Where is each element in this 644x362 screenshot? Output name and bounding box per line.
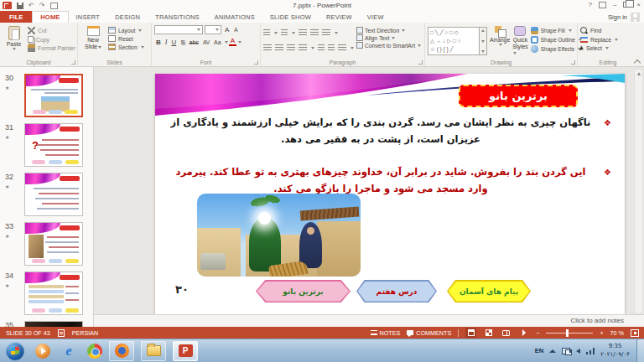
zoom-in-button[interactable]: + [600,329,603,337]
banner-payamhaye-aseman[interactable]: پیام های آسمان [447,280,531,303]
slideshow-button[interactable] [518,328,529,338]
shrink-font-button[interactable]: A [232,27,239,33]
slide-title-box[interactable]: برترین بانو [459,85,578,107]
zoom-slider[interactable] [546,333,593,334]
slide-sorter-button[interactable] [483,328,494,338]
align-left-icon[interactable] [263,44,272,51]
slide-picture[interactable] [197,194,361,277]
minimize-button[interactable]: – [613,1,616,8]
paragraph-dialog-launcher[interactable] [418,60,423,65]
tab-transitions[interactable]: TRANSITIONS [148,11,207,23]
show-hidden-icons-button[interactable] [549,349,556,353]
zoom-out-button[interactable]: − [536,329,539,337]
ltr-direction-icon[interactable] [318,44,325,51]
text-direction-button[interactable]: Text Direction [356,27,421,34]
show-desktop-button[interactable] [636,339,644,362]
slide-bullet-2[interactable]: ❖ این گردن بند را بفروش. شاید در برابر آ… [165,163,611,197]
fit-to-window-icon[interactable] [631,329,639,337]
replace-button[interactable]: Replace [580,36,618,44]
input-language-indicator[interactable]: EN [535,347,543,354]
layout-button[interactable]: Layout [108,27,144,34]
bullets-icon[interactable] [263,29,270,36]
select-button[interactable]: Select [580,45,618,51]
normal-view-button[interactable] [465,328,476,338]
slide-page-number[interactable]: ۳۰ [175,283,189,296]
thumbnail-row-30[interactable]: 30★ [5,74,93,117]
find-button[interactable]: Find [580,27,618,34]
columns-icon[interactable] [338,44,346,51]
shapes-gallery[interactable]: □ ╲ ╱ ○ □ ◇ △ → ↓ ▷ □ ○ ☆ ( ) { } ╱ [428,27,480,55]
change-case-button[interactable]: Aa [212,39,223,45]
notes-pane[interactable]: Click to add notes [94,314,644,327]
tab-file[interactable]: FILE [0,11,32,23]
slide-canvas[interactable]: برترین بانو ❖ ناگهان چیزی به نظر ایشان م… [155,74,625,314]
arrange-button[interactable]: Arrange [490,25,510,58]
font-color-button[interactable]: A [229,38,236,46]
ribbon-options-button[interactable] [599,2,606,8]
clock[interactable]: 9:35 ۲۰۲۱/۰۹/۰۴ [600,343,630,358]
tab-animations[interactable]: ANIMATIONS [207,11,262,23]
thumbnail-row-35[interactable]: 35 [5,321,93,327]
slide-thumbnail-panel[interactable]: 30★ 31★ ? [0,67,94,327]
reset-button[interactable]: Reset [108,35,144,42]
slide-thumbnail-33[interactable] [24,222,83,266]
media-player-icon[interactable] [35,344,50,359]
internet-explorer-icon[interactable]: e [61,344,76,359]
slide-thumbnail-30[interactable] [24,74,83,117]
rtl-direction-icon[interactable] [328,44,335,51]
editor-scrollbar[interactable] [634,69,643,314]
underline-button[interactable]: U [169,39,178,46]
zoom-level[interactable]: 70 % [610,329,624,337]
start-button[interactable] [6,342,24,360]
text-shadow-button[interactable]: S [179,39,186,46]
proofing-icon[interactable] [58,329,65,337]
zoom-slider-thumb[interactable] [566,329,569,337]
section-button[interactable]: Section [108,44,144,50]
tab-review[interactable]: REVIEW [319,11,360,23]
grow-font-button[interactable]: A [223,26,231,34]
thumbnail-row-34[interactable]: 34★ [5,272,93,315]
cut-button[interactable]: Cut [28,27,75,34]
thumbnail-row-32[interactable]: 32★ [5,173,93,216]
slide-thumbnail-32[interactable] [24,173,83,216]
strikethrough-button[interactable]: abc [188,39,200,45]
firefox-taskbar-button[interactable] [109,341,134,361]
thumbnail-row-31[interactable]: 31★ ? [5,123,93,167]
explorer-taskbar-button[interactable] [141,341,166,361]
tab-design[interactable]: DESIGN [107,11,148,23]
format-painter-button[interactable]: Format Painter [28,44,75,52]
powerpoint-taskbar-button[interactable]: P [173,341,198,361]
line-spacing-icon[interactable] [322,29,330,36]
slide-thumbnail-34[interactable] [24,272,83,315]
shape-effects-button[interactable]: Shape Effects [531,45,582,53]
decrease-indent-icon[interactable] [299,29,307,36]
copy-button[interactable]: Copy [28,36,75,43]
tab-insert[interactable]: INSERT [69,11,108,23]
align-right-icon[interactable] [287,44,295,51]
notes-toggle[interactable]: NOTES [371,329,401,337]
tab-home[interactable]: HOME [32,11,68,23]
character-spacing-button[interactable]: AV [201,39,211,45]
sign-in-button[interactable]: Sign in [608,11,640,23]
collapse-ribbon-button[interactable] [634,59,641,65]
increase-indent-icon[interactable] [310,29,319,36]
bold-button[interactable]: B [154,39,163,46]
shape-fill-button[interactable]: Shape Fill [531,27,582,34]
chrome-icon[interactable] [87,344,102,359]
shape-outline-button[interactable]: Shape Outline [531,36,582,44]
banner-bartarin-banoo[interactable]: برترین بانو [256,280,351,303]
font-size-dropdown[interactable] [205,25,221,34]
tab-view[interactable]: VIEW [360,11,392,23]
close-button[interactable]: × [636,1,641,8]
speaker-icon[interactable] [576,349,580,354]
italic-button[interactable]: I [164,39,169,46]
help-button[interactable]: ? [588,1,591,8]
paste-button[interactable]: Paste [3,25,25,58]
clipboard-dialog-launcher[interactable] [71,60,75,65]
new-slide-button[interactable]: New Slide [80,25,106,58]
convert-smartart-button[interactable]: Convert to SmartArt [356,42,421,49]
reading-view-button[interactable] [501,328,512,338]
slide-bullet-1[interactable]: ❖ ناگهان چیزی به نظر ایشان می رسد. گردن … [165,114,611,147]
align-center-icon[interactable] [275,44,283,51]
banner-dars-haftom[interactable]: درس هفتم [356,280,437,303]
